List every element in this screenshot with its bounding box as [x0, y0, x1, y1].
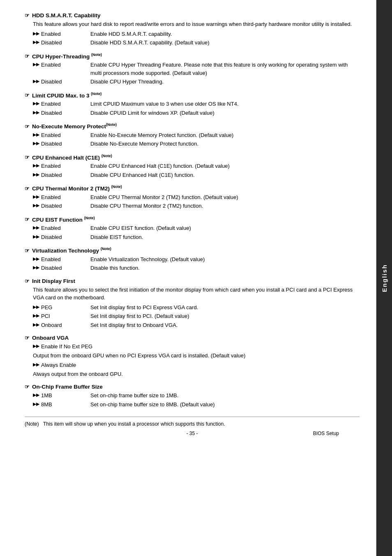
option-desc: Disable CPUID Limit for windows XP. (Def… — [90, 109, 360, 117]
option-label: Enabled — [41, 100, 90, 108]
section-desc-onboard-vga-2: Always output from the onboard GPU. — [33, 370, 360, 378]
bullet: ▶▶ — [33, 109, 39, 117]
option-desc: Disable CPU Thermal Monitor 2 (TM2) func… — [90, 202, 360, 210]
section-onboard-vga: ☞ Onboard VGA ▶▶ Enable If No Ext PEG Ou… — [25, 335, 360, 378]
option-row: ▶▶ Disabled Disable CPUID Limit for wind… — [33, 109, 360, 117]
section-title-no-execute: ☞ No-Execute Memory Protect(Note) — [25, 123, 360, 130]
option-desc: Set Init display first to Onboard VGA. — [90, 321, 360, 329]
bullet: ▶▶ — [33, 361, 39, 369]
option-desc: Disable this function. — [90, 264, 360, 272]
bullet: ▶▶ — [33, 140, 39, 148]
bullet: ▶▶ — [33, 162, 39, 170]
option-label: Disabled — [41, 171, 90, 179]
option-desc: Enable No-Execute Memory Protect functio… — [90, 131, 360, 139]
option-desc: Enable CPU EIST function. (Default value… — [90, 224, 360, 232]
option-label: Always Enable — [41, 361, 107, 369]
page-container: ☞ HDD S.M.A.R.T. Capability This feature… — [0, 0, 392, 556]
section-title-cpu-thermal-monitor: ☞ CPU Thermal Monitor 2 (TM2) (Note) — [25, 185, 360, 192]
option-label: Disabled — [41, 202, 90, 210]
option-row: ▶▶ Enabled Enable No-Execute Memory Prot… — [33, 131, 360, 139]
section-icon: ☞ — [25, 185, 30, 192]
option-label: Enabled — [41, 224, 90, 232]
section-icon: ☞ — [25, 384, 30, 390]
section-desc-init-display: This feature allows you to select the fi… — [33, 286, 360, 302]
option-desc: Disable CPU Enhanced Halt (C1E) function… — [90, 171, 360, 179]
section-icon: ☞ — [25, 216, 30, 222]
option-desc: Enable CPU Thermal Monitor 2 (TM2) funct… — [90, 193, 360, 202]
section-title-on-chip-frame: ☞ On-Chip Frame Buffer Size — [25, 384, 360, 390]
option-desc: Enable Virtualization Technology. (Defau… — [90, 255, 360, 264]
option-row: ▶▶ Disabled Disable CPU Hyper Threading. — [33, 78, 360, 86]
section-no-execute: ☞ No-Execute Memory Protect(Note) ▶▶ Ena… — [25, 123, 360, 148]
option-label: Disabled — [41, 109, 90, 117]
option-desc: Enable HDD S.M.A.R.T. capability. — [90, 30, 360, 38]
option-desc: Disable HDD S.M.A.R.T. capability. (Defa… — [90, 39, 360, 47]
section-title-virtualization: ☞ Virtualization Technology (Note) — [25, 247, 360, 254]
bullet: ▶▶ — [33, 224, 39, 232]
bullet: ▶▶ — [33, 233, 39, 241]
option-row: ▶▶ Disabled Disable this function. — [33, 264, 360, 272]
bullet: ▶▶ — [33, 202, 39, 210]
option-row: ▶▶ Disabled Disable EIST function. — [33, 233, 360, 241]
option-row: ▶▶ Enable If No Ext PEG — [33, 343, 360, 351]
option-label: Disabled — [41, 233, 90, 241]
bullet: ▶▶ — [33, 30, 39, 38]
section-on-chip-frame: ☞ On-Chip Frame Buffer Size ▶▶ 1MB Set o… — [25, 384, 360, 408]
option-row: ▶▶ Disabled Disable HDD S.M.A.R.T. capab… — [33, 39, 360, 47]
option-label: Enabled — [41, 30, 90, 38]
section-cpu-thermal-monitor: ☞ CPU Thermal Monitor 2 (TM2) (Note) ▶▶ … — [25, 185, 360, 210]
option-desc: Limit CPUID Maximum value to 3 when use … — [90, 100, 360, 108]
option-label: Enabled — [41, 255, 90, 264]
sidebar-label: English — [381, 264, 388, 292]
bios-label: BIOS Setup — [313, 431, 339, 436]
bullet: ▶▶ — [33, 78, 39, 86]
option-label: Enabled — [41, 193, 90, 202]
option-label: 1MB — [41, 392, 90, 400]
page-footer: - 35 - BIOS Setup — [25, 433, 360, 436]
sidebar: English — [376, 0, 392, 556]
option-row: ▶▶ Always Enable — [33, 361, 360, 369]
section-title-init-display: ☞ Init Display First — [25, 278, 360, 284]
option-desc: Set Init display first to PCI Express VG… — [90, 303, 360, 312]
option-row: ▶▶ Onboard Set Init display first to Onb… — [33, 321, 360, 329]
option-label: Disabled — [41, 39, 90, 47]
option-desc: Enable CPU Enhanced Halt (C1E) function.… — [90, 162, 360, 170]
option-desc: Enable CPU Hyper Threading Feature. Plea… — [90, 61, 360, 77]
section-icon: ☞ — [25, 123, 30, 130]
option-row: ▶▶ Disabled Disable No-Execute Memory Pr… — [33, 140, 360, 148]
section-title-limit-cpuid: ☞ Limit CPUID Max. to 3 (Note) — [25, 92, 360, 99]
section-icon: ☞ — [25, 278, 30, 284]
section-icon: ☞ — [25, 92, 30, 98]
option-desc: Disable CPU Hyper Threading. — [90, 78, 360, 86]
page-number: - 35 - — [186, 431, 198, 436]
bullet: ▶▶ — [33, 100, 39, 108]
option-row: ▶▶ Enabled Enable Virtualization Technol… — [33, 255, 360, 264]
section-cpu-enhanced-halt: ☞ CPU Enhanced Halt (C1E) (Note) ▶▶ Enab… — [25, 154, 360, 179]
option-row: ▶▶ 8MB Set on-chip frame buffer size to … — [33, 401, 360, 409]
section-hdd-smart: ☞ HDD S.M.A.R.T. Capability This feature… — [25, 12, 360, 47]
bullet: ▶▶ — [33, 171, 39, 179]
section-title-onboard-vga: ☞ Onboard VGA — [25, 335, 360, 341]
main-content: ☞ HDD S.M.A.R.T. Capability This feature… — [0, 0, 376, 556]
bullet: ▶▶ — [33, 392, 39, 400]
option-row: ▶▶ Enabled Limit CPUID Maximum value to … — [33, 100, 360, 108]
bullet: ▶▶ — [33, 61, 39, 77]
option-desc: Disable No-Execute Memory Protect functi… — [90, 140, 360, 148]
section-title-cpu-eist: ☞ CPU EIST Function (Note) — [25, 216, 360, 223]
option-desc: Set on-chip frame buffer size to 8MB. (D… — [90, 401, 360, 409]
option-label: Disabled — [41, 78, 90, 86]
bullet: ▶▶ — [33, 131, 39, 139]
section-icon: ☞ — [25, 154, 30, 160]
section-cpu-eist: ☞ CPU EIST Function (Note) ▶▶ Enabled En… — [25, 216, 360, 241]
note-text: This item will show up when you install … — [43, 421, 225, 427]
option-label: Enabled — [41, 131, 90, 139]
option-row: ▶▶ Enabled Enable HDD S.M.A.R.T. capabil… — [33, 30, 360, 38]
note-label: (Note) — [25, 421, 39, 427]
section-init-display: ☞ Init Display First This feature allows… — [25, 278, 360, 329]
option-row: ▶▶ PEG Set Init display first to PCI Exp… — [33, 303, 360, 312]
option-row: ▶▶ Disabled Disable CPU Enhanced Halt (C… — [33, 171, 360, 179]
option-desc: Set on-chip frame buffer size to 1MB. — [90, 392, 360, 400]
option-label: Enable If No Ext PEG — [41, 343, 107, 351]
bullet: ▶▶ — [33, 39, 39, 47]
option-desc: Set Init display first to PCI. (Default … — [90, 312, 360, 320]
